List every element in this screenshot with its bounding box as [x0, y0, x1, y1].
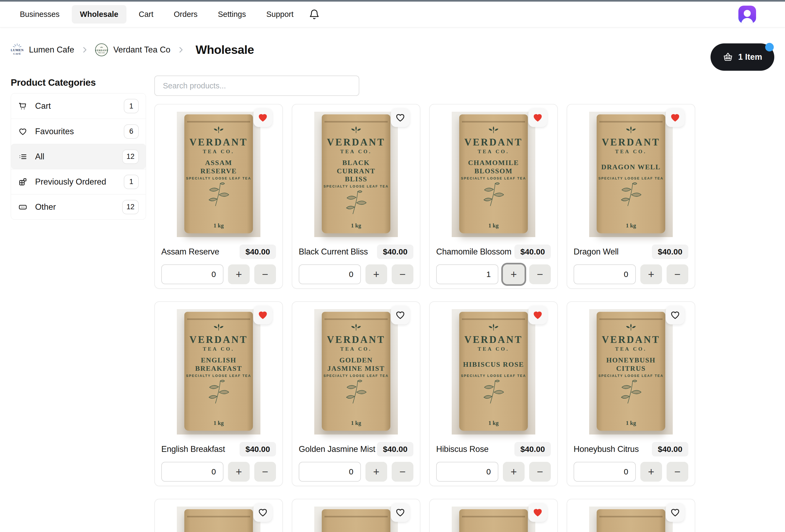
bag-zipper-seal: [187, 115, 250, 122]
user-avatar[interactable]: [738, 6, 756, 23]
decrement-button[interactable]: −: [254, 462, 276, 482]
quantity-input[interactable]: [161, 462, 224, 482]
product-image: VERDANT TEA CO. CHAMOMILE BLOSSOM SPECIA…: [452, 112, 535, 237]
blocks-icon: [18, 177, 28, 187]
bag-zipper-seal: [462, 115, 525, 122]
favorite-button[interactable]: [391, 306, 410, 324]
list-icon: [18, 152, 28, 161]
botanical-illustration: [342, 190, 370, 216]
product-image: VERDANT TEA CO. DRAGON WELL SPECIALTY LO…: [589, 112, 673, 237]
quantity-input[interactable]: [161, 264, 224, 284]
nav-item-wholesale[interactable]: Wholesale: [72, 5, 126, 24]
bag-zipper-seal: [599, 115, 663, 122]
sidebar-item-all[interactable]: All 12: [11, 144, 146, 169]
product-card: VERDANT TEA CO. ASSAM RESERVE SPECIALTY …: [154, 104, 283, 289]
heart-icon: [670, 112, 680, 123]
quantity-input[interactable]: [574, 462, 636, 482]
decrement-button[interactable]: −: [529, 462, 551, 482]
bag-zipper-seal: [325, 312, 388, 320]
sidebar-item-favourites[interactable]: Favourites 6: [11, 119, 146, 144]
quantity-input[interactable]: [436, 462, 498, 482]
increment-button[interactable]: +: [228, 462, 250, 482]
search-input[interactable]: [154, 76, 359, 96]
breadcrumb-business-name[interactable]: Lumen Cafe: [29, 45, 74, 55]
sidebar-item-label: Previously Ordered: [35, 177, 106, 187]
nav-item-cart[interactable]: Cart: [131, 5, 161, 24]
favorite-button[interactable]: [391, 108, 410, 127]
quantity-input[interactable]: [436, 264, 498, 284]
sidebar-item-cart[interactable]: Cart 1: [11, 94, 146, 119]
increment-button[interactable]: +: [503, 462, 525, 482]
sidebar-item-other[interactable]: Other 12: [11, 194, 146, 220]
sidebar-item-label: Cart: [35, 101, 51, 111]
heart-icon: [258, 310, 268, 320]
favorite-button[interactable]: [666, 503, 685, 522]
heart-icon: [670, 310, 680, 320]
increment-button[interactable]: +: [365, 264, 387, 284]
increment-button[interactable]: +: [365, 462, 387, 482]
price-badge: $40.00: [514, 442, 551, 456]
product-name: Chamomile Blossom: [436, 247, 511, 257]
favorite-button[interactable]: [528, 503, 547, 522]
favorite-button[interactable]: [666, 108, 685, 127]
favorite-button[interactable]: [253, 503, 272, 522]
decrement-button[interactable]: −: [392, 264, 413, 284]
product-card: VERDANT TEA CO. GOLDEN JASMINE MIST SPEC…: [292, 301, 420, 486]
increment-button[interactable]: +: [640, 462, 662, 482]
category-list: Cart 1 Favourites 6: [11, 93, 146, 220]
decrement-button[interactable]: −: [392, 462, 413, 482]
nav-item-businesses[interactable]: Businesses: [12, 5, 68, 24]
avatar-person-icon: [744, 10, 751, 17]
svg-text:CAFÉ: CAFÉ: [14, 52, 21, 55]
heart-icon: [670, 507, 680, 517]
increment-button[interactable]: +: [640, 264, 662, 284]
leaf-logo-icon: [486, 126, 501, 135]
favorite-button[interactable]: [528, 306, 547, 324]
botanical-illustration: [617, 379, 645, 405]
count-badge: 1: [124, 175, 139, 189]
tea-bag-illustration: VERDANT TEA CO. CHAMOMILE BLOSSOM SPECIA…: [459, 115, 528, 233]
product-image: [314, 507, 398, 532]
count-badge: 12: [122, 150, 139, 164]
sidebar-item-previously-ordered[interactable]: Previously Ordered 1: [11, 169, 146, 194]
favorite-button[interactable]: [391, 503, 410, 522]
heart-icon: [395, 310, 405, 320]
price-badge: $40.00: [239, 442, 276, 456]
top-navigation: Businesses Wholesale Cart Orders Setting…: [0, 2, 785, 27]
notification-bell-button[interactable]: [309, 9, 320, 20]
quantity-input[interactable]: [299, 264, 361, 284]
decrement-button[interactable]: −: [666, 462, 688, 482]
leaf-logo-icon: [211, 323, 226, 332]
decrement-button[interactable]: −: [666, 264, 688, 284]
quantity-input[interactable]: [574, 264, 636, 284]
heart-icon: [533, 112, 543, 123]
tea-bag-illustration: [597, 509, 665, 532]
favorite-button[interactable]: [528, 108, 547, 127]
decrement-button[interactable]: −: [254, 264, 276, 284]
breadcrumb-supplier-name[interactable]: Verdant Tea Co: [113, 45, 170, 55]
nav-item-support[interactable]: Support: [258, 5, 302, 24]
nav-item-settings[interactable]: Settings: [210, 5, 254, 24]
category-sidebar: Product Categories Cart 1: [11, 62, 146, 220]
bag-zipper-seal: [187, 312, 250, 320]
decrement-button[interactable]: −: [529, 264, 551, 284]
product-image: VERDANT TEA CO. ASSAM RESERVE SPECIALTY …: [177, 112, 260, 237]
bell-icon: [309, 9, 320, 20]
bag-zipper-seal: [325, 115, 388, 122]
cart-notification-dot: [765, 43, 774, 51]
cart-summary-button[interactable]: 1 Item: [710, 43, 774, 71]
product-card: [429, 499, 558, 532]
tea-bag-illustration: [322, 509, 390, 532]
favorite-button[interactable]: [253, 306, 272, 324]
increment-button[interactable]: +: [228, 264, 250, 284]
product-image: VERDANT TEA CO. BLACK CURRANT BLISS SPEC…: [314, 112, 398, 237]
favorite-button[interactable]: [666, 306, 685, 324]
product-name: Honeybush Citrus: [574, 445, 639, 454]
favorite-button[interactable]: [253, 108, 272, 127]
page-title: Wholesale: [196, 43, 254, 57]
nav-item-orders[interactable]: Orders: [166, 5, 206, 24]
quantity-input[interactable]: [299, 462, 361, 482]
product-card: VERDANT TEA CO. CHAMOMILE BLOSSOM SPECIA…: [429, 104, 558, 289]
bag-zipper-seal: [462, 312, 525, 320]
increment-button[interactable]: +: [503, 264, 525, 284]
